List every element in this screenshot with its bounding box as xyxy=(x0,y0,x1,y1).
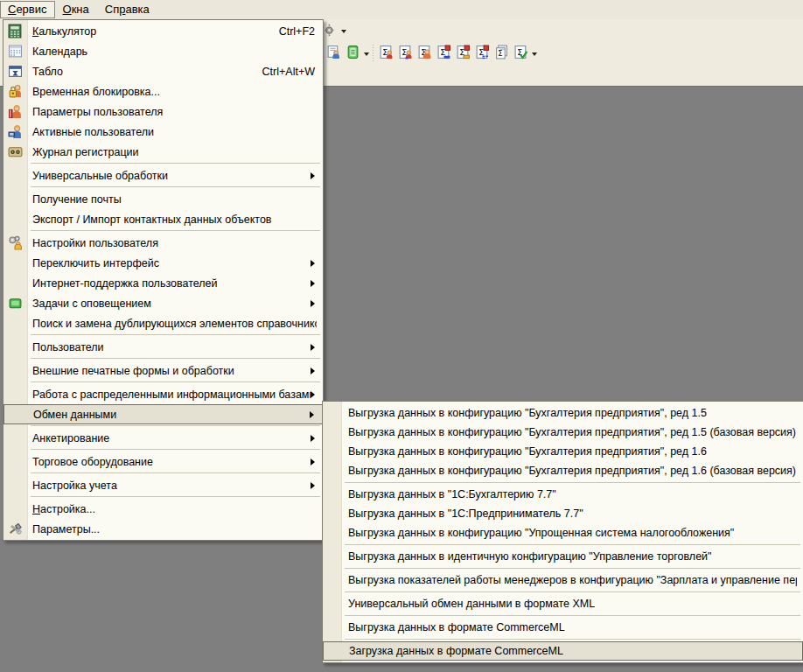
toolbar-dropdown-arrow[interactable] xyxy=(530,44,539,63)
menu-item-service-6[interactable]: Журнал регистрации xyxy=(3,142,323,162)
menu-item-service-32[interactable]: Настройка... xyxy=(3,499,323,519)
menubar-item-service[interactable]: Сервис xyxy=(0,1,55,18)
toolbar-button-green-card[interactable] xyxy=(343,44,362,63)
menu-item-service-10[interactable]: Получение почты xyxy=(3,189,323,209)
toolbar-button-sigma-user-red[interactable]: Σ xyxy=(376,44,395,63)
menu-item-service-23[interactable]: Работа с распределенными информационными… xyxy=(3,384,323,404)
toolbar-button-sigma-cube-blue[interactable]: Σ xyxy=(434,44,453,63)
data-exchange-submenu: Выгрузка данных в конфигурацию "Бухгалте… xyxy=(322,401,803,663)
sigma-user-red-icon: Σ xyxy=(379,45,394,63)
toolbar-button-sigma-check[interactable]: Σ xyxy=(511,44,530,63)
toolbar-button-sigma-cube-yellow[interactable]: Σ xyxy=(453,44,472,63)
menu-item-label: Параметры пользователя xyxy=(32,106,163,118)
menu-item-shortcut: Ctrl+F2 xyxy=(279,25,317,38)
toolbar-button-doc-user[interactable] xyxy=(324,44,343,63)
menu-item-exchange-13[interactable]: Универсальный обмен данными в формате XM… xyxy=(323,594,803,613)
submenu-arrow-icon xyxy=(311,435,318,442)
menu-item-label: Получение почты xyxy=(32,193,122,206)
menu-item-service-33[interactable]: Параметры... xyxy=(3,519,323,539)
menu-item-service-2[interactable]: ТаблоCtrl+Alt+W xyxy=(3,61,323,81)
menu-item-service-26[interactable]: Анкетирование xyxy=(3,428,323,448)
menu-item-service-4[interactable]: Параметры пользователя xyxy=(3,102,323,122)
menu-separator xyxy=(31,230,320,231)
menu-item-exchange-15[interactable]: Выгрузка данных в формате CommerceML xyxy=(323,618,803,637)
toolbar-row-2: ΣΣΣΣΣΣΣΣ xyxy=(324,43,539,64)
menu-item-service-28[interactable]: Торговое оборудование xyxy=(3,452,323,472)
menu-item-service-21[interactable]: Внешние печатные формы и обработки xyxy=(3,360,323,381)
submenu-arrow-icon xyxy=(311,482,318,489)
menu-item-service-16[interactable]: Задачи с оповещением xyxy=(3,293,323,313)
submenu-arrow-icon xyxy=(311,300,318,307)
menu-item-service-15[interactable]: Интернет-поддержка пользователей xyxy=(3,273,323,293)
sigma-docs-icon: Σ xyxy=(494,45,509,63)
sigma-user-orange-icon: Σ xyxy=(417,45,432,63)
submenu-arrow-icon xyxy=(311,368,318,374)
menu-item-service-19[interactable]: Пользователи xyxy=(3,337,323,357)
menu-item-service-1[interactable]: Календарь xyxy=(3,41,323,61)
menu-item-label: Задачи с оповещением xyxy=(32,298,151,310)
submenu-arrow-icon xyxy=(311,391,318,398)
menu-separator xyxy=(345,615,800,616)
toolbar-dropdown-arrow[interactable] xyxy=(362,44,371,63)
menu-item-exchange-3[interactable]: Выгрузка данных в конфигурацию "Бухгалте… xyxy=(323,461,803,480)
menu-item-label: Выгрузка данных в конфигурацию "Бухгалте… xyxy=(348,407,707,419)
menubar-item-help[interactable]: Справка xyxy=(97,1,157,18)
menu-item-exchange-11[interactable]: Выгрузка показателей работы менеджеров в… xyxy=(323,570,803,590)
sigma-user-blue-icon: Σ xyxy=(398,45,413,63)
toolbar-button-sigma-user-blue[interactable]: Σ xyxy=(395,44,415,63)
menu-item-exchange-17[interactable]: Загрузка данных в формате CommerceML xyxy=(323,641,803,661)
toolbar-row-1 xyxy=(320,20,348,41)
menu-item-service-30[interactable]: Настройка учета xyxy=(3,475,323,495)
menu-item-service-13[interactable]: Настройки пользователя xyxy=(3,233,323,253)
sigma-cube-lines-icon: Σ xyxy=(475,45,490,63)
menu-item-label: Загрузка данных в формате CommerceML xyxy=(349,645,563,657)
service-menu-dropdown: КалькуляторCtrl+F2КалендарьТаблоCtrl+Alt… xyxy=(3,19,324,541)
menu-item-label: Работа с распределенными информационными… xyxy=(32,388,311,401)
menu-item-exchange-0[interactable]: Выгрузка данных в конфигурацию "Бухгалте… xyxy=(323,403,803,423)
menu-item-service-5[interactable]: Активные пользователи xyxy=(3,122,323,142)
toolbar-dropdown-arrow[interactable] xyxy=(339,21,348,40)
menu-separator xyxy=(345,544,800,545)
toolbar-button-sigma-cube-lines[interactable]: Σ xyxy=(472,44,492,63)
menu-item-label: Выгрузка данных в идентичную конфигураци… xyxy=(348,550,712,563)
submenu-arrow-icon xyxy=(311,344,318,351)
journal-icon xyxy=(8,144,23,159)
menu-item-label: Интернет-поддержка пользователей xyxy=(32,277,218,290)
menu-item-shortcut: Ctrl+Alt+W xyxy=(262,66,317,78)
lock-user-icon xyxy=(8,84,23,99)
menu-item-service-24[interactable]: Обмен данными xyxy=(3,404,323,424)
svg-text:Σ: Σ xyxy=(498,48,502,57)
toolbar-button-sigma-docs[interactable]: Σ xyxy=(492,44,511,63)
menu-item-label: Пользователи xyxy=(32,341,104,354)
toolbar-button-sigma-user-orange[interactable]: Σ xyxy=(415,44,434,63)
menu-item-exchange-9[interactable]: Выгрузка данных в идентичную конфигураци… xyxy=(323,547,803,566)
svg-text:Σ: Σ xyxy=(402,46,407,56)
menu-item-service-14[interactable]: Переключить интерфейс xyxy=(3,253,323,273)
gear-tool-icon xyxy=(323,22,338,40)
menu-item-service-8[interactable]: Универсальные обработки xyxy=(3,165,323,186)
menubar-item-windows[interactable]: Окна xyxy=(55,1,97,18)
menu-item-exchange-5[interactable]: Выгрузка данных в "1С:Бухгалтерию 7.7" xyxy=(323,485,803,504)
menu-separator xyxy=(31,358,320,359)
menu-item-label: Настройка учета xyxy=(32,480,117,492)
menu-item-exchange-2[interactable]: Выгрузка данных в конфигурацию "Бухгалте… xyxy=(323,442,803,461)
menu-item-exchange-6[interactable]: Выгрузка данных в "1С:Предприниматель 7.… xyxy=(323,504,803,523)
menu-separator xyxy=(31,496,320,497)
menu-item-service-11[interactable]: Экспорт / Импорт контактных данных объек… xyxy=(3,209,323,229)
menu-item-exchange-1[interactable]: Выгрузка данных в конфигурацию "Бухгалте… xyxy=(323,423,803,442)
menu-item-label: Торговое оборудование xyxy=(32,456,153,468)
menu-item-service-3[interactable]: Временная блокировка... xyxy=(3,81,323,102)
menu-item-label: Выгрузка данных в формате CommerceML xyxy=(348,621,565,634)
menu-item-exchange-7[interactable]: Выгрузка данных в конфигурацию "Упрощенн… xyxy=(323,523,803,542)
menu-bar: СервисОкнаСправка xyxy=(0,0,803,19)
menu-item-service-0[interactable]: КалькуляторCtrl+F2 xyxy=(3,21,323,41)
menu-item-label: Выгрузка данных в конфигурацию "Бухгалте… xyxy=(348,426,796,438)
menu-item-label: Универсальный обмен данными в формате XM… xyxy=(348,598,595,610)
menu-item-label: Поиск и замена дублирующихся элементов с… xyxy=(32,318,317,330)
menu-item-service-17[interactable]: Поиск и замена дублирующихся элементов с… xyxy=(3,313,323,333)
menu-separator xyxy=(31,163,320,164)
submenu-arrow-icon xyxy=(311,280,318,287)
submenu-arrow-icon xyxy=(310,411,318,418)
menu-separator xyxy=(345,592,800,592)
tablo-icon xyxy=(8,64,23,79)
